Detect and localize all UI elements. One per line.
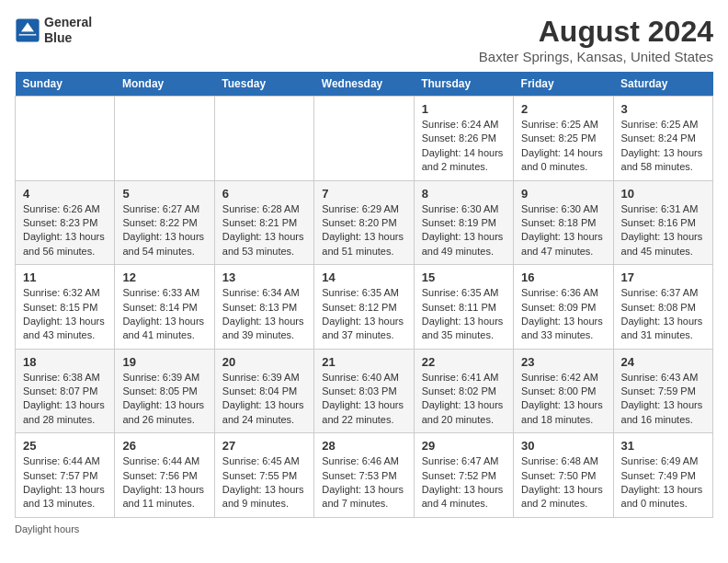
empty-cell — [314, 97, 414, 181]
day-cell-13: 13Sunrise: 6:34 AM Sunset: 8:13 PM Dayli… — [214, 265, 313, 350]
logo-line2: Blue — [44, 30, 92, 46]
day-number: 12 — [122, 270, 206, 284]
day-cell-18: 18Sunrise: 6:38 AM Sunset: 8:07 PM Dayli… — [16, 349, 115, 433]
day-info: Sunrise: 6:38 AM Sunset: 8:07 PM Dayligh… — [23, 371, 107, 428]
day-cell-3: 3Sunrise: 6:25 AM Sunset: 8:24 PM Daylig… — [613, 97, 712, 181]
day-number: 28 — [322, 439, 405, 453]
day-number: 6 — [222, 187, 306, 201]
calendar-table: SundayMondayTuesdayWednesdayThursdayFrid… — [15, 72, 713, 518]
weekday-header-friday: Friday — [514, 72, 613, 97]
empty-cell — [214, 97, 313, 181]
week-row-1: 1Sunrise: 6:24 AM Sunset: 8:26 PM Daylig… — [16, 97, 713, 181]
day-number: 30 — [521, 439, 605, 453]
day-cell-11: 11Sunrise: 6:32 AM Sunset: 8:15 PM Dayli… — [16, 265, 115, 350]
weekday-header-monday: Monday — [115, 72, 214, 97]
day-info: Sunrise: 6:35 AM Sunset: 8:11 PM Dayligh… — [422, 286, 506, 343]
empty-cell — [16, 97, 115, 181]
day-number: 7 — [322, 187, 405, 201]
logo-line1: General — [44, 15, 92, 30]
day-info: Sunrise: 6:49 AM Sunset: 7:49 PM Dayligh… — [621, 454, 705, 511]
day-number: 27 — [222, 439, 306, 453]
logo: General Blue — [15, 15, 92, 46]
day-number: 5 — [122, 187, 206, 201]
subtitle: Baxter Springs, Kansas, United States — [479, 49, 713, 64]
week-row-3: 11Sunrise: 6:32 AM Sunset: 8:15 PM Dayli… — [16, 265, 713, 350]
logo-text: General Blue — [44, 15, 92, 46]
day-cell-14: 14Sunrise: 6:35 AM Sunset: 8:12 PM Dayli… — [314, 265, 414, 350]
svg-rect-2 — [20, 31, 36, 34]
day-number: 10 — [621, 187, 705, 201]
day-number: 21 — [322, 355, 405, 369]
day-cell-20: 20Sunrise: 6:39 AM Sunset: 8:04 PM Dayli… — [214, 349, 313, 433]
day-number: 8 — [422, 187, 506, 201]
day-cell-17: 17Sunrise: 6:37 AM Sunset: 8:08 PM Dayli… — [613, 265, 712, 350]
day-number: 23 — [521, 355, 605, 369]
day-info: Sunrise: 6:29 AM Sunset: 8:20 PM Dayligh… — [322, 202, 405, 259]
day-info: Sunrise: 6:39 AM Sunset: 8:05 PM Dayligh… — [122, 371, 206, 428]
day-info: Sunrise: 6:36 AM Sunset: 8:09 PM Dayligh… — [521, 286, 605, 343]
day-info: Sunrise: 6:28 AM Sunset: 8:21 PM Dayligh… — [222, 202, 306, 259]
day-cell-12: 12Sunrise: 6:33 AM Sunset: 8:14 PM Dayli… — [115, 265, 214, 350]
calendar-body: 1Sunrise: 6:24 AM Sunset: 8:26 PM Daylig… — [16, 97, 713, 518]
day-info: Sunrise: 6:41 AM Sunset: 8:02 PM Dayligh… — [422, 371, 506, 428]
day-number: 29 — [422, 439, 506, 453]
page-header: General Blue August 2024 Baxter Springs,… — [15, 15, 713, 64]
weekday-row: SundayMondayTuesdayWednesdayThursdayFrid… — [16, 72, 713, 97]
day-number: 25 — [23, 439, 107, 453]
day-info: Sunrise: 6:33 AM Sunset: 8:14 PM Dayligh… — [122, 286, 206, 343]
day-cell-29: 29Sunrise: 6:47 AM Sunset: 7:52 PM Dayli… — [414, 433, 513, 518]
title-block: August 2024 Baxter Springs, Kansas, Unit… — [479, 15, 713, 64]
day-cell-15: 15Sunrise: 6:35 AM Sunset: 8:11 PM Dayli… — [414, 265, 513, 350]
day-info: Sunrise: 6:25 AM Sunset: 8:25 PM Dayligh… — [521, 118, 605, 175]
weekday-header-saturday: Saturday — [613, 72, 712, 97]
day-info: Sunrise: 6:32 AM Sunset: 8:15 PM Dayligh… — [23, 286, 107, 343]
day-info: Sunrise: 6:45 AM Sunset: 7:55 PM Dayligh… — [222, 454, 306, 511]
day-number: 24 — [621, 355, 705, 369]
day-info: Sunrise: 6:46 AM Sunset: 7:53 PM Dayligh… — [322, 454, 405, 511]
week-row-5: 25Sunrise: 6:44 AM Sunset: 7:57 PM Dayli… — [16, 433, 713, 518]
day-info: Sunrise: 6:25 AM Sunset: 8:24 PM Dayligh… — [621, 118, 705, 175]
day-number: 19 — [122, 355, 206, 369]
day-info: Sunrise: 6:26 AM Sunset: 8:23 PM Dayligh… — [23, 202, 107, 259]
day-info: Sunrise: 6:42 AM Sunset: 8:00 PM Dayligh… — [521, 371, 605, 428]
weekday-header-wednesday: Wednesday — [314, 72, 414, 97]
day-info: Sunrise: 6:24 AM Sunset: 8:26 PM Dayligh… — [422, 118, 506, 175]
day-info: Sunrise: 6:44 AM Sunset: 7:56 PM Dayligh… — [122, 454, 206, 511]
day-number: 17 — [621, 270, 705, 284]
day-number: 20 — [222, 355, 306, 369]
day-cell-31: 31Sunrise: 6:49 AM Sunset: 7:49 PM Dayli… — [613, 433, 712, 518]
day-cell-28: 28Sunrise: 6:46 AM Sunset: 7:53 PM Dayli… — [314, 433, 414, 518]
day-number: 16 — [521, 270, 605, 284]
day-info: Sunrise: 6:31 AM Sunset: 8:16 PM Dayligh… — [621, 202, 705, 259]
day-number: 22 — [422, 355, 506, 369]
weekday-header-thursday: Thursday — [414, 72, 513, 97]
day-cell-4: 4Sunrise: 6:26 AM Sunset: 8:23 PM Daylig… — [16, 180, 115, 265]
day-info: Sunrise: 6:43 AM Sunset: 7:59 PM Dayligh… — [621, 371, 705, 428]
day-cell-24: 24Sunrise: 6:43 AM Sunset: 7:59 PM Dayli… — [613, 349, 712, 433]
calendar-header: SundayMondayTuesdayWednesdayThursdayFrid… — [16, 72, 713, 97]
weekday-header-sunday: Sunday — [16, 72, 115, 97]
day-number: 14 — [322, 270, 405, 284]
day-cell-8: 8Sunrise: 6:30 AM Sunset: 8:19 PM Daylig… — [414, 180, 513, 265]
day-info: Sunrise: 6:35 AM Sunset: 8:12 PM Dayligh… — [322, 286, 405, 343]
day-cell-10: 10Sunrise: 6:31 AM Sunset: 8:16 PM Dayli… — [613, 180, 712, 265]
day-info: Sunrise: 6:40 AM Sunset: 8:03 PM Dayligh… — [322, 371, 405, 428]
day-info: Sunrise: 6:39 AM Sunset: 8:04 PM Dayligh… — [222, 371, 306, 428]
day-number: 9 — [521, 187, 605, 201]
day-cell-25: 25Sunrise: 6:44 AM Sunset: 7:57 PM Dayli… — [16, 433, 115, 518]
day-info: Sunrise: 6:37 AM Sunset: 8:08 PM Dayligh… — [621, 286, 705, 343]
day-cell-5: 5Sunrise: 6:27 AM Sunset: 8:22 PM Daylig… — [115, 180, 214, 265]
day-number: 11 — [23, 270, 107, 284]
day-cell-7: 7Sunrise: 6:29 AM Sunset: 8:20 PM Daylig… — [314, 180, 414, 265]
day-number: 15 — [422, 270, 506, 284]
day-cell-27: 27Sunrise: 6:45 AM Sunset: 7:55 PM Dayli… — [214, 433, 313, 518]
logo-icon — [15, 17, 40, 43]
week-row-4: 18Sunrise: 6:38 AM Sunset: 8:07 PM Dayli… — [16, 349, 713, 433]
day-number: 18 — [23, 355, 107, 369]
footer-text: Daylight hours — [15, 523, 79, 534]
day-number: 13 — [222, 270, 306, 284]
empty-cell — [115, 97, 214, 181]
day-info: Sunrise: 6:30 AM Sunset: 8:19 PM Dayligh… — [422, 202, 506, 259]
day-cell-16: 16Sunrise: 6:36 AM Sunset: 8:09 PM Dayli… — [514, 265, 613, 350]
day-cell-1: 1Sunrise: 6:24 AM Sunset: 8:26 PM Daylig… — [414, 97, 513, 181]
